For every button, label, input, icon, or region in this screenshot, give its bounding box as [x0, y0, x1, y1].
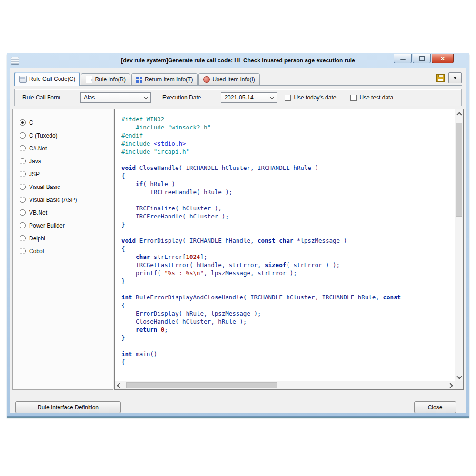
code-line: if( hRule ) — [121, 180, 455, 188]
rule-call-form-value: Alas — [84, 94, 95, 101]
language-panel: CC (Tuxedo)C#.NetJavaJSPVisual BasicVisu… — [12, 109, 113, 390]
tab-actions — [436, 72, 462, 83]
code-line: { — [121, 358, 455, 366]
execution-date-select[interactable]: 2021-05-14 — [221, 92, 277, 103]
code-line: char strError[1024]; — [121, 253, 455, 261]
radio-label: Delphi — [29, 235, 45, 242]
tab-bar: Rule Call Code(C)Rule Info(R)Return Item… — [14, 71, 462, 86]
radio-c[interactable]: C — [20, 116, 113, 129]
code-line: #endif — [121, 131, 455, 139]
chevron-down-icon — [144, 95, 149, 99]
scroll-up-button[interactable] — [455, 109, 463, 118]
radio-label: C#.Net — [29, 145, 47, 152]
chevron-right-icon — [447, 383, 453, 388]
scroll-left-button[interactable] — [115, 381, 123, 389]
code-line: void ErrorDisplay( IRCHANDLE hHandle, co… — [121, 237, 455, 245]
radio-selected-icon — [20, 119, 26, 126]
radio-jsp[interactable]: JSP — [20, 168, 113, 180]
radio-label: JSP — [29, 171, 40, 178]
code-line — [121, 156, 455, 164]
record-icon — [203, 76, 210, 83]
client-area: Rule Call Code(C)Rule Info(R)Return Item… — [10, 68, 466, 413]
radio-label: VB.Net — [29, 209, 47, 216]
close-icon: ✕ — [440, 56, 445, 61]
code-line: printf( "%s : %s\n", lpszMessage, strErr… — [121, 269, 455, 277]
minimize-button[interactable] — [394, 54, 412, 63]
radio-icon — [20, 248, 26, 254]
checkbox-icon — [285, 95, 291, 101]
code-line: } — [121, 220, 455, 228]
tab-label: Rule Call Code(C) — [29, 76, 75, 82]
radio-vb-net[interactable]: VB.Net — [20, 206, 113, 219]
horizontal-scrollbar[interactable] — [115, 381, 455, 389]
code-line: { — [121, 301, 455, 309]
code-line: int RuleErrorDisplayAndCloseHandle( IRCH… — [121, 293, 455, 301]
checkbox-icon — [350, 95, 357, 101]
code-line: { — [121, 245, 455, 253]
code-line: IRCFreeHandle( hRule ); — [121, 188, 455, 196]
rule-call-form-label: Rule Call Form — [22, 94, 60, 101]
radio-icon — [20, 235, 26, 241]
maximize-button[interactable] — [413, 54, 431, 63]
code-line — [121, 342, 455, 350]
radio-label: Cobol — [29, 248, 44, 255]
code-line — [121, 228, 455, 237]
use-test-data-checkbox[interactable]: Use test data — [350, 94, 393, 101]
tab-label: Rule Info(R) — [95, 76, 126, 83]
horizontal-scroll-thumb[interactable] — [126, 382, 277, 388]
rule-interface-definition-button[interactable]: Rule Interface Definition — [15, 401, 121, 413]
vertical-scrollbar[interactable] — [455, 109, 463, 381]
code-line: ErrorDisplay( hRule, lpszMessage ); — [121, 309, 455, 317]
radio-icon — [20, 145, 26, 151]
use-test-data-label: Use test data — [359, 94, 393, 101]
tab-used-item-info-i[interactable]: Used Item Info(I) — [198, 73, 259, 85]
tab-overflow-button[interactable] — [448, 72, 462, 83]
radio-icon — [20, 171, 26, 177]
radio-cobol[interactable]: Cobol — [20, 245, 113, 258]
title-bar[interactable]: [dev rule system]Generate rule call code… — [10, 53, 466, 68]
scroll-down-button[interactable] — [455, 373, 463, 381]
chevron-left-icon — [117, 383, 122, 388]
radio-icon — [20, 222, 26, 228]
save-button[interactable] — [436, 74, 445, 82]
tab-return-item-info-t[interactable]: Return Item Info(T) — [131, 73, 198, 85]
code-line: #include <stdio.h> — [121, 139, 455, 148]
code-line: void CloseHandle( IRCHANDLE hCluster, IR… — [121, 164, 455, 172]
code-line: } — [121, 334, 455, 342]
code-editor[interactable]: #ifdef WIN32 #include "winsock2.h"#endif… — [115, 109, 455, 381]
vertical-scroll-thumb[interactable] — [456, 123, 462, 217]
radio-power-builder[interactable]: Power Builder — [20, 219, 113, 232]
radio-icon — [20, 209, 26, 216]
radio-delphi[interactable]: Delphi — [20, 232, 113, 245]
radio-visual-basic[interactable]: Visual Basic — [20, 180, 113, 193]
code-line: return 0; — [121, 326, 455, 334]
use-todays-date-checkbox[interactable]: Use today's date — [285, 94, 336, 101]
rule-call-form-select[interactable]: Alas — [80, 92, 151, 103]
code-line: #include "winsock2.h" — [121, 123, 455, 131]
chevron-down-icon — [453, 77, 457, 79]
tab-rule-call-code-c[interactable]: Rule Call Code(C) — [14, 72, 80, 86]
radio-label: Visual Basic — [29, 184, 60, 190]
radio-visual-basic-asp[interactable]: Visual Basic (ASP) — [20, 193, 113, 206]
caption-buttons: ✕ — [394, 54, 454, 63]
close-button[interactable]: Close — [414, 401, 456, 413]
code-line: #include "ircapi.h" — [121, 148, 455, 156]
radio-c-net[interactable]: C#.Net — [20, 142, 113, 155]
radio-label: Java — [29, 158, 41, 165]
tab-rule-info-r[interactable]: Rule Info(R) — [81, 73, 130, 85]
scroll-right-button[interactable] — [447, 381, 455, 389]
code-line: CloseHandle( hCluster, hRule ); — [121, 317, 455, 326]
code-line: IRCFinalize( hCluster ); — [121, 204, 455, 212]
radio-label: Power Builder — [29, 222, 65, 229]
close-window-button[interactable]: ✕ — [432, 54, 454, 63]
chevron-down-icon — [456, 374, 462, 379]
chevron-up-icon — [456, 112, 462, 117]
radio-label: C — [29, 119, 33, 126]
execution-date-value: 2021-05-14 — [224, 94, 253, 101]
scrollbar-corner — [455, 381, 463, 389]
execution-date-label: Execution Date — [162, 94, 201, 101]
radio-c-tuxedo[interactable]: C (Tuxedo) — [20, 129, 113, 142]
radio-java[interactable]: Java — [20, 155, 113, 168]
use-todays-date-label: Use today's date — [294, 94, 336, 101]
radio-label: C (Tuxedo) — [29, 132, 58, 139]
